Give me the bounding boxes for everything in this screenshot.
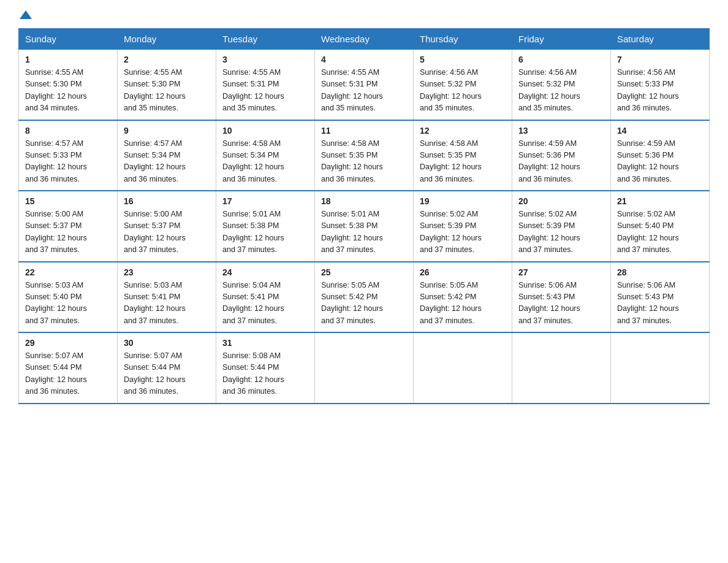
calendar-cell: 7 Sunrise: 4:56 AM Sunset: 5:33 PM Dayli…	[611, 50, 710, 120]
day-info: Sunrise: 4:56 AM Sunset: 5:33 PM Dayligh…	[617, 67, 703, 115]
calendar-cell: 4 Sunrise: 4:55 AM Sunset: 5:31 PM Dayli…	[315, 50, 414, 120]
day-info: Sunrise: 5:00 AM Sunset: 5:37 PM Dayligh…	[25, 209, 111, 256]
calendar-cell: 13 Sunrise: 4:59 AM Sunset: 5:36 PM Dayl…	[512, 120, 611, 191]
calendar-cell: 18 Sunrise: 5:01 AM Sunset: 5:38 PM Dayl…	[315, 191, 414, 262]
calendar-cell: 11 Sunrise: 4:58 AM Sunset: 5:35 PM Dayl…	[315, 120, 414, 191]
day-info: Sunrise: 5:05 AM Sunset: 5:42 PM Dayligh…	[321, 280, 407, 327]
day-number: 9	[124, 126, 210, 136]
day-number: 29	[25, 338, 111, 348]
day-number: 10	[222, 126, 308, 136]
calendar-week-row: 1 Sunrise: 4:55 AM Sunset: 5:30 PM Dayli…	[19, 50, 710, 120]
day-info: Sunrise: 5:03 AM Sunset: 5:40 PM Dayligh…	[25, 280, 111, 327]
day-info: Sunrise: 5:08 AM Sunset: 5:44 PM Dayligh…	[222, 350, 308, 398]
col-thursday: Thursday	[414, 29, 512, 50]
day-number: 11	[321, 126, 407, 136]
col-monday: Monday	[118, 29, 216, 50]
day-info: Sunrise: 4:57 AM Sunset: 5:34 PM Dayligh…	[124, 138, 210, 186]
day-info: Sunrise: 4:55 AM Sunset: 5:31 PM Dayligh…	[222, 67, 308, 115]
calendar-cell: 22 Sunrise: 5:03 AM Sunset: 5:40 PM Dayl…	[19, 262, 118, 333]
day-info: Sunrise: 4:55 AM Sunset: 5:30 PM Dayligh…	[25, 67, 111, 115]
day-number: 18	[321, 196, 407, 206]
calendar-cell: 8 Sunrise: 4:57 AM Sunset: 5:33 PM Dayli…	[19, 120, 118, 191]
col-sunday: Sunday	[19, 29, 118, 50]
day-info: Sunrise: 5:06 AM Sunset: 5:43 PM Dayligh…	[518, 280, 604, 327]
calendar-cell: 15 Sunrise: 5:00 AM Sunset: 5:37 PM Dayl…	[19, 191, 118, 262]
calendar-cell: 25 Sunrise: 5:05 AM Sunset: 5:42 PM Dayl…	[315, 262, 414, 333]
day-number: 5	[420, 55, 506, 64]
day-info: Sunrise: 4:55 AM Sunset: 5:31 PM Dayligh…	[321, 67, 407, 115]
day-info: Sunrise: 4:58 AM Sunset: 5:35 PM Dayligh…	[420, 138, 506, 186]
calendar-week-row: 22 Sunrise: 5:03 AM Sunset: 5:40 PM Dayl…	[19, 262, 710, 333]
calendar-cell: 30 Sunrise: 5:07 AM Sunset: 5:44 PM Dayl…	[118, 332, 216, 404]
day-info: Sunrise: 5:03 AM Sunset: 5:41 PM Dayligh…	[124, 280, 210, 327]
calendar-cell	[315, 332, 414, 404]
day-info: Sunrise: 4:58 AM Sunset: 5:35 PM Dayligh…	[321, 138, 407, 186]
calendar-week-row: 29 Sunrise: 5:07 AM Sunset: 5:44 PM Dayl…	[19, 332, 710, 404]
day-number: 21	[617, 196, 703, 206]
day-info: Sunrise: 5:07 AM Sunset: 5:44 PM Dayligh…	[124, 350, 210, 398]
logo	[18, 12, 32, 21]
day-info: Sunrise: 5:04 AM Sunset: 5:41 PM Dayligh…	[222, 280, 308, 327]
day-info: Sunrise: 4:59 AM Sunset: 5:36 PM Dayligh…	[617, 138, 703, 186]
day-number: 13	[518, 126, 604, 136]
day-number: 28	[617, 267, 703, 277]
calendar-week-row: 15 Sunrise: 5:00 AM Sunset: 5:37 PM Dayl…	[19, 191, 710, 262]
day-number: 12	[420, 126, 506, 136]
calendar-cell: 14 Sunrise: 4:59 AM Sunset: 5:36 PM Dayl…	[611, 120, 710, 191]
calendar-cell: 3 Sunrise: 4:55 AM Sunset: 5:31 PM Dayli…	[216, 50, 315, 120]
calendar-cell: 2 Sunrise: 4:55 AM Sunset: 5:30 PM Dayli…	[118, 50, 216, 120]
calendar-cell: 26 Sunrise: 5:05 AM Sunset: 5:42 PM Dayl…	[414, 262, 512, 333]
day-number: 15	[25, 196, 111, 206]
day-info: Sunrise: 5:01 AM Sunset: 5:38 PM Dayligh…	[222, 209, 308, 256]
logo-triangle-icon	[20, 10, 32, 19]
day-info: Sunrise: 4:58 AM Sunset: 5:34 PM Dayligh…	[222, 138, 308, 186]
day-number: 22	[25, 267, 111, 277]
calendar-cell: 19 Sunrise: 5:02 AM Sunset: 5:39 PM Dayl…	[414, 191, 512, 262]
calendar-cell: 29 Sunrise: 5:07 AM Sunset: 5:44 PM Dayl…	[19, 332, 118, 404]
calendar-cell: 24 Sunrise: 5:04 AM Sunset: 5:41 PM Dayl…	[216, 262, 315, 333]
day-info: Sunrise: 4:56 AM Sunset: 5:32 PM Dayligh…	[518, 67, 604, 115]
calendar-cell: 17 Sunrise: 5:01 AM Sunset: 5:38 PM Dayl…	[216, 191, 315, 262]
col-saturday: Saturday	[611, 29, 710, 50]
day-number: 23	[124, 267, 210, 277]
day-number: 19	[420, 196, 506, 206]
calendar-cell: 21 Sunrise: 5:02 AM Sunset: 5:40 PM Dayl…	[611, 191, 710, 262]
day-info: Sunrise: 5:07 AM Sunset: 5:44 PM Dayligh…	[25, 350, 111, 398]
day-number: 20	[518, 196, 604, 206]
day-number: 17	[222, 196, 308, 206]
day-number: 31	[222, 338, 308, 348]
day-number: 24	[222, 267, 308, 277]
col-wednesday: Wednesday	[315, 29, 414, 50]
col-friday: Friday	[512, 29, 611, 50]
day-info: Sunrise: 5:06 AM Sunset: 5:43 PM Dayligh…	[617, 280, 703, 327]
col-tuesday: Tuesday	[216, 29, 315, 50]
calendar-header-row: Sunday Monday Tuesday Wednesday Thursday…	[19, 29, 710, 50]
calendar-cell	[414, 332, 512, 404]
day-number: 4	[321, 55, 407, 64]
day-number: 25	[321, 267, 407, 277]
day-number: 2	[124, 55, 210, 64]
calendar-cell	[512, 332, 611, 404]
day-number: 30	[124, 338, 210, 348]
calendar-cell: 9 Sunrise: 4:57 AM Sunset: 5:34 PM Dayli…	[118, 120, 216, 191]
day-number: 27	[518, 267, 604, 277]
day-info: Sunrise: 4:55 AM Sunset: 5:30 PM Dayligh…	[124, 67, 210, 115]
calendar-cell: 27 Sunrise: 5:06 AM Sunset: 5:43 PM Dayl…	[512, 262, 611, 333]
day-number: 26	[420, 267, 506, 277]
day-info: Sunrise: 4:57 AM Sunset: 5:33 PM Dayligh…	[25, 138, 111, 186]
day-number: 6	[518, 55, 604, 64]
day-number: 3	[222, 55, 308, 64]
calendar-cell: 6 Sunrise: 4:56 AM Sunset: 5:32 PM Dayli…	[512, 50, 611, 120]
day-info: Sunrise: 4:59 AM Sunset: 5:36 PM Dayligh…	[518, 138, 604, 186]
calendar-table: Sunday Monday Tuesday Wednesday Thursday…	[18, 28, 710, 404]
day-info: Sunrise: 5:05 AM Sunset: 5:42 PM Dayligh…	[420, 280, 506, 327]
day-info: Sunrise: 5:02 AM Sunset: 5:39 PM Dayligh…	[518, 209, 604, 256]
calendar-cell: 10 Sunrise: 4:58 AM Sunset: 5:34 PM Dayl…	[216, 120, 315, 191]
day-number: 1	[25, 55, 111, 64]
day-number: 16	[124, 196, 210, 206]
day-info: Sunrise: 5:01 AM Sunset: 5:38 PM Dayligh…	[321, 209, 407, 256]
calendar-cell: 5 Sunrise: 4:56 AM Sunset: 5:32 PM Dayli…	[414, 50, 512, 120]
day-info: Sunrise: 5:02 AM Sunset: 5:39 PM Dayligh…	[420, 209, 506, 256]
calendar-cell: 20 Sunrise: 5:02 AM Sunset: 5:39 PM Dayl…	[512, 191, 611, 262]
day-info: Sunrise: 4:56 AM Sunset: 5:32 PM Dayligh…	[420, 67, 506, 115]
